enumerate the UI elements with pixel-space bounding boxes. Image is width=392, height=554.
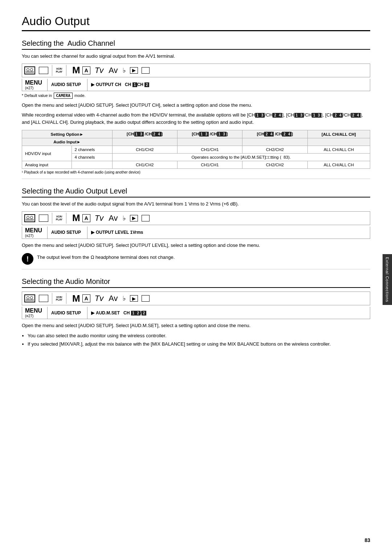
vcr-play-icon: VCR/PLAY (56, 68, 62, 73)
Tv-icon-2: Tv (95, 213, 103, 223)
monitor-bullets: You can also select the audio monitor us… (28, 332, 370, 348)
menu-label-text: MENU (25, 80, 42, 86)
menu-content-text-3: AUD.M.SET CH 12/2 (96, 310, 146, 315)
section-heading-monitor: Selecting the Audio Monitor (22, 277, 370, 288)
menu-bar-monitor: MENU (¤27) AUDIO SETUP ▶ AUD.M.SET CH 12… (22, 307, 370, 319)
channel-body2: While recording external video with 4-ch… (22, 111, 370, 126)
table-cell-operates: Operates according to the [AUD.M.SET]□□t… (112, 154, 370, 161)
menu-content-level: ▶ OUTPUT LEVEL 1Vrms (87, 227, 370, 239)
tape-icon-2 (24, 214, 35, 222)
table-footnote: ¹ Playback of a tape recorded with 4-cha… (22, 170, 370, 174)
bullet-1: You can also select the audio monitor us… (28, 332, 370, 339)
table-cell-4ch: 4 channels (72, 154, 112, 161)
camera-badge: CAMERA (54, 93, 73, 99)
rect1-icon-3: ▶ (130, 295, 138, 302)
table-cell-ch1ch1-2: CH1/CH1 (177, 161, 242, 169)
menu-arrow-icon-3: ▶ (91, 310, 94, 315)
warning-icon: ! (22, 253, 33, 265)
menu-content-channel: ▶ OUTPUT CH CH 1CH 2 (87, 79, 370, 91)
mode-bar-3: VCR/PLAY M A Tv Av ♭ ▶ (22, 292, 370, 305)
menu-label-level: MENU (¤27) (22, 227, 48, 239)
table-row-analog: Analog input CH1/CH2 CH1/CH1 CH2/CH2 ALL… (22, 161, 370, 169)
level-intro: You can boost the level of the audio out… (22, 200, 370, 208)
menu-item-audio-setup-2: AUDIO SETUP (48, 227, 87, 239)
warning-text: The output level from the Ω headphone te… (37, 252, 175, 261)
table-row-hdvdv-4ch: 4 channels Operates according to the [AU… (22, 154, 370, 161)
A-box-icon: A (82, 66, 90, 74)
menu-content-monitor: ▶ AUD.M.SET CH 12/2 (87, 307, 370, 319)
section-heading-level: Selecting the Audio Output Level (22, 187, 370, 197)
mode-divider (52, 65, 52, 76)
vcr-play-icon-2: VCR/PLAY (56, 215, 62, 221)
table-cell-analog-sub (72, 161, 112, 169)
M-mode-icon-2: M (72, 212, 80, 224)
mode-divider-2 (66, 65, 66, 76)
M-mode-icon-3: M (72, 293, 80, 304)
channel-body1: Open the menu and select [AUDIO SETUP]. … (22, 102, 370, 109)
rect2-icon-3 (142, 295, 150, 302)
menu-item-text-1: AUDIO SETUP (51, 82, 81, 87)
tape-icon-3 (24, 294, 35, 302)
screen-icon-2 (39, 215, 48, 222)
mode-bar-2: VCR/PLAY M A Tv Av ♭ ▶ (22, 211, 370, 225)
warning-box: ! The output level from the Ω headphone … (22, 252, 370, 265)
screen-icon-3 (39, 295, 48, 302)
menu-bar-level: MENU (¤27) AUDIO SETUP ▶ OUTPUT LEVEL 1V… (22, 227, 370, 239)
menu-item-audio-setup-3: AUDIO SETUP (48, 307, 87, 319)
table-row-hdvdv-2ch: HDV/DV input 2 channels CH1/CH2 CH1/CH1 … (22, 146, 370, 154)
menu-arrow-icon-2: ▶ (91, 230, 94, 235)
section-heading-channel: Selecting the Audio Channel (22, 39, 370, 50)
table-cell-ch1ch1-1: CH1/CH1 (177, 146, 242, 154)
table-col-audio-input: Audio Input► (22, 138, 113, 146)
menu-label-sub: (¤27) (25, 86, 33, 90)
A-box-icon-3: A (82, 294, 90, 302)
mode-bar-1: VCR/PLAY M A Tv Av ♭ ▶ (22, 64, 370, 77)
table-cell-ch1ch2-2: CH1/CH2 (112, 161, 177, 169)
rect2-icon (142, 67, 150, 74)
table-cell-hdvdv-label: HDV/DV input (22, 146, 72, 161)
channel-intro: You can select the channel for audio sig… (22, 53, 370, 60)
rect1-icon: ▶ (130, 67, 138, 74)
table-col-setting: Setting Option► (22, 130, 113, 138)
table-col-allch: [ALL CH/ALL CH] (307, 130, 370, 138)
table-cell-allch-2: ALL CH/ALL CH (307, 161, 370, 169)
level-body1: Open the menu and select [AUDIO SETUP]. … (22, 242, 370, 249)
table-cell-2ch: 2 channels (72, 146, 112, 154)
A-box-icon-2: A (82, 214, 90, 222)
table-cell-ch2ch2-2: CH2/CH2 (242, 161, 307, 169)
monitor-body1: Open the menu and select [AUDIO SETUP]. … (22, 322, 370, 329)
Av-icon-3: Av (109, 294, 118, 303)
vcr-play-icon-3: VCR/PLAY (56, 296, 62, 301)
page-title: Audio Output (22, 15, 370, 31)
Tv-icon: Tv (95, 66, 103, 75)
menu-bar-channel: MENU (¤27) AUDIO SETUP ▶ OUTPUT CH CH 1C… (22, 79, 370, 91)
table-cell-ch2ch2-1: CH2/CH2 (242, 146, 307, 154)
sidebar-label: External Connections (383, 254, 392, 305)
menu-label-channel: MENU (¤27) (22, 79, 48, 91)
Tv-icon-3: Tv (95, 294, 103, 303)
camera-note: * Default value in CAMERA mode. (22, 93, 370, 99)
table-cell-analog-label: Analog input (22, 161, 72, 169)
bell-icon-2: ♭ (123, 214, 126, 222)
menu-item-audio-setup-1: AUDIO SETUP (48, 79, 87, 91)
rect2-icon-2 (142, 215, 150, 221)
tape-icon (24, 66, 35, 74)
M-mode-icon: M (72, 65, 80, 76)
screen-icon (39, 67, 48, 74)
menu-label-monitor: MENU (¤27) (22, 307, 48, 319)
Av-icon: Av (109, 66, 118, 75)
menu-arrow-icon-1: ▶ (91, 82, 94, 87)
menu-content-text-1: OUTPUT CH CH 1CH 2 (96, 82, 149, 87)
page-number: 83 (364, 537, 370, 543)
table-col-ch2424: [CH24 /CH24] (242, 130, 307, 138)
bell-icon-3: ♭ (123, 294, 126, 302)
rect1-icon-2: ▶ (130, 215, 138, 221)
table-col-ch1313: [CH13 /CH13] (177, 130, 242, 138)
bullet-2: If you selected [MIX/VAR.], adjust the m… (28, 341, 370, 348)
audio-channel-table: Setting Option► [CH13 /CH24] [CH13 /CH13… (22, 130, 370, 169)
table-cell-allch-1: ALL CH/ALL CH (307, 146, 370, 154)
table-col-ch1324: [CH13 /CH24] (112, 130, 177, 138)
bell-icon: ♭ (123, 66, 126, 74)
table-cell-ch1ch2-1: CH1/CH2 (112, 146, 177, 154)
Av-icon-2: Av (109, 213, 118, 223)
